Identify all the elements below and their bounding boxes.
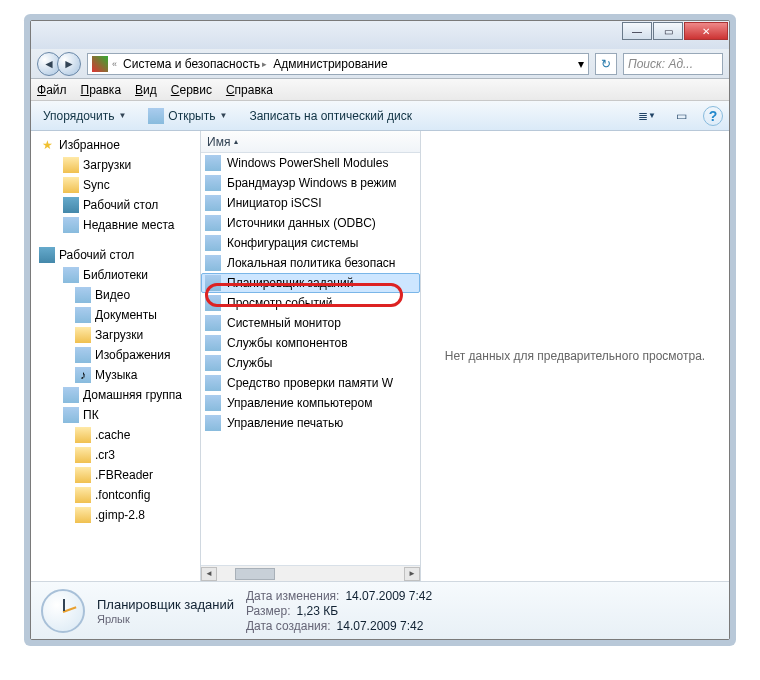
list-item[interactable]: Системный монитор <box>201 313 420 333</box>
file-list[interactable]: Windows PowerShell ModulesБрандмауэр Win… <box>201 153 420 565</box>
details-type: Ярлык <box>97 613 234 625</box>
desktop-icon <box>63 197 79 213</box>
libraries-icon <box>63 267 79 283</box>
nav-item[interactable]: Sync <box>31 175 200 195</box>
shortcut-icon <box>205 415 221 431</box>
shortcut-icon <box>205 275 221 291</box>
list-item[interactable]: Планировщик заданий <box>201 273 420 293</box>
shortcut-icon <box>205 195 221 211</box>
nav-homegroup[interactable]: Домашняя группа <box>31 385 200 405</box>
list-item[interactable]: Источники данных (ODBC) <box>201 213 420 233</box>
shortcut-icon <box>205 355 221 371</box>
star-icon: ★ <box>39 137 55 153</box>
help-button[interactable]: ? <box>703 106 723 126</box>
toolbar: Упорядочить▼ Открыть▼ Записать на оптиче… <box>31 101 729 131</box>
folder-icon <box>75 447 91 463</box>
video-icon <box>75 287 91 303</box>
list-item[interactable]: Просмотр событий <box>201 293 420 313</box>
nav-item[interactable]: Загрузки <box>31 155 200 175</box>
nav-item[interactable]: Документы <box>31 305 200 325</box>
menu-view[interactable]: Вид <box>135 83 157 97</box>
open-icon <box>148 108 164 124</box>
close-button[interactable]: ✕ <box>684 22 728 40</box>
folder-icon <box>75 507 91 523</box>
list-item[interactable]: Инициатор iSCSI <box>201 193 420 213</box>
search-input[interactable]: Поиск: Ад... <box>623 53 723 75</box>
details-pane: Планировщик заданий Ярлык Дата изменения… <box>31 581 729 639</box>
nav-pc[interactable]: ПК <box>31 405 200 425</box>
breadcrumb-segment[interactable]: Администрирование <box>271 57 389 71</box>
shortcut-icon <box>205 155 221 171</box>
file-list-pane: Имя▴ Windows PowerShell ModulesБрандмауэ… <box>201 131 421 581</box>
column-header-name[interactable]: Имя▴ <box>201 131 420 153</box>
nav-item[interactable]: .cr3 <box>31 445 200 465</box>
nav-item[interactable]: Рабочий стол <box>31 195 200 215</box>
details-name: Планировщик заданий <box>97 597 234 612</box>
organize-button[interactable]: Упорядочить▼ <box>37 107 132 125</box>
nav-libraries[interactable]: Библиотеки <box>31 265 200 285</box>
preview-pane-button[interactable]: ▭ <box>669 106 693 126</box>
menu-tools[interactable]: Сервис <box>171 83 212 97</box>
shortcut-icon <box>205 375 221 391</box>
nav-item[interactable]: .FBReader <box>31 465 200 485</box>
scheduler-icon <box>41 589 85 633</box>
maximize-button[interactable]: ▭ <box>653 22 683 40</box>
address-bar: ◄ ► « Система и безопасность▸ Администри… <box>31 49 729 79</box>
menu-help[interactable]: Справка <box>226 83 273 97</box>
nav-item[interactable]: Изображения <box>31 345 200 365</box>
list-item[interactable]: Службы <box>201 353 420 373</box>
shortcut-icon <box>205 395 221 411</box>
list-item[interactable]: Управление печатью <box>201 413 420 433</box>
view-options-button[interactable]: ≣ ▼ <box>635 106 659 126</box>
explorer-window: — ▭ ✕ ◄ ► « Система и безопасность▸ Адми… <box>30 20 730 640</box>
folder-icon <box>63 157 79 173</box>
forward-button[interactable]: ► <box>57 52 81 76</box>
documents-icon <box>75 307 91 323</box>
list-item[interactable]: Управление компьютером <box>201 393 420 413</box>
list-item[interactable]: Службы компонентов <box>201 333 420 353</box>
folder-icon <box>63 177 79 193</box>
list-item[interactable]: Конфигурация системы <box>201 233 420 253</box>
nav-item[interactable]: Загрузки <box>31 325 200 345</box>
shortcut-icon <box>205 315 221 331</box>
minimize-button[interactable]: — <box>622 22 652 40</box>
horizontal-scrollbar[interactable]: ◄► <box>201 565 420 581</box>
folder-icon <box>75 427 91 443</box>
nav-item[interactable]: Видео <box>31 285 200 305</box>
list-item[interactable]: Брандмауэр Windows в режим <box>201 173 420 193</box>
nav-item[interactable]: Недавние места <box>31 215 200 235</box>
breadcrumb-segment[interactable]: Система и безопасность▸ <box>121 57 269 71</box>
menu-file[interactable]: Файл <box>37 83 67 97</box>
computer-icon <box>63 407 79 423</box>
nav-item[interactable]: .gimp-2.8 <box>31 505 200 525</box>
nav-favorites[interactable]: ★Избранное <box>31 135 200 155</box>
nav-item[interactable]: ♪Музыка <box>31 365 200 385</box>
titlebar: — ▭ ✕ <box>31 21 729 49</box>
nav-desktop[interactable]: Рабочий стол <box>31 245 200 265</box>
shortcut-icon <box>205 215 221 231</box>
folder-icon <box>75 487 91 503</box>
pictures-icon <box>75 347 91 363</box>
shortcut-icon <box>205 335 221 351</box>
preview-pane: Нет данных для предварительного просмотр… <box>421 131 729 581</box>
shortcut-icon <box>205 295 221 311</box>
shortcut-icon <box>205 175 221 191</box>
chevron-down-icon[interactable]: ▾ <box>578 57 584 71</box>
list-item[interactable]: Windows PowerShell Modules <box>201 153 420 173</box>
menu-bar: Файл Правка Вид Сервис Справка <box>31 79 729 101</box>
music-icon: ♪ <box>75 367 91 383</box>
shortcut-icon <box>205 235 221 251</box>
refresh-button[interactable]: ↻ <box>595 53 617 75</box>
shield-icon <box>92 56 108 72</box>
homegroup-icon <box>63 387 79 403</box>
menu-edit[interactable]: Правка <box>81 83 122 97</box>
burn-button[interactable]: Записать на оптический диск <box>243 107 418 125</box>
desktop-icon <box>39 247 55 263</box>
list-item[interactable]: Локальная политика безопасн <box>201 253 420 273</box>
open-button[interactable]: Открыть▼ <box>142 106 233 126</box>
nav-item[interactable]: .cache <box>31 425 200 445</box>
nav-item[interactable]: .fontconfig <box>31 485 200 505</box>
navigation-pane[interactable]: ★Избранное Загрузки Sync Рабочий стол Не… <box>31 131 201 581</box>
list-item[interactable]: Средство проверки памяти W <box>201 373 420 393</box>
breadcrumb[interactable]: « Система и безопасность▸ Администрирова… <box>87 53 589 75</box>
